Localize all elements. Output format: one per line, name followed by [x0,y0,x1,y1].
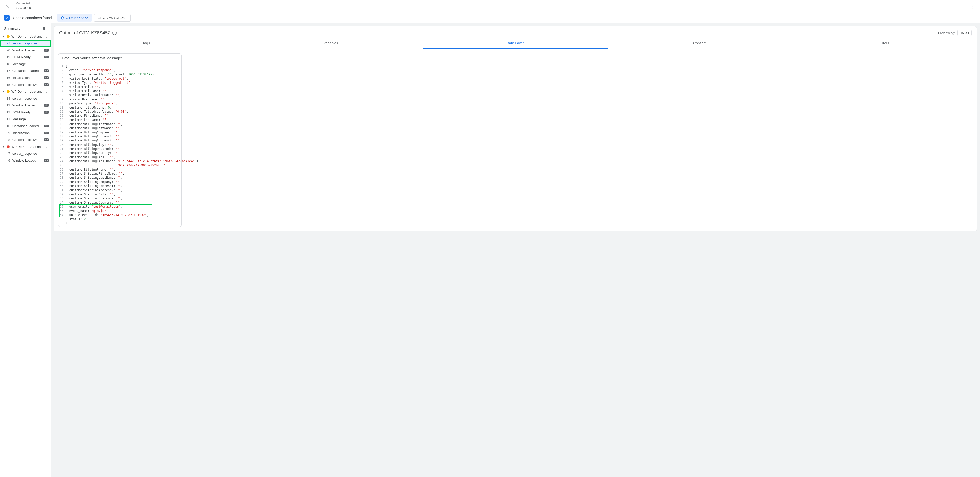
code-badge-icon: <> [44,125,49,127]
code-text: customerBillingPostcode: "", [65,147,181,151]
line-number: 21 [58,147,65,151]
sidebar-group-label: WP Demo – Just anothe... [11,35,49,38]
code-line: 11 customerTotalOrders: 0, [58,105,181,109]
code-text: customerShippingFirstName: "", [65,171,181,176]
line-number: 27 [58,171,65,176]
sidebar-item-initialization[interactable]: 16Initialization<> [0,74,51,81]
sidebar-item-consent-initialization[interactable]: 15Consent Initialization<> [0,81,51,88]
line-number: 26 [58,168,65,171]
env-chip[interactable]: env-5 › [957,30,972,36]
code-line: 3 gtm: {uniqueEventId: 10, start: 165453… [58,72,181,76]
status-dot [6,90,10,93]
more-icon[interactable]: ⋮ [970,3,976,10]
sidebar-item-dom-ready[interactable]: 19DOM Ready<> [0,54,51,60]
sidebar-group[interactable]: ▼WP Demo – Just anothe... [0,33,51,40]
event-number: 9 [5,131,10,135]
line-number: 17 [58,130,65,134]
sidebar-item-server_response[interactable]: 14server_response [0,95,51,102]
sidebar-item-container-loaded[interactable]: 17Container Loaded<> [0,67,51,74]
code-text: customerBillingEmail: "", [65,155,181,159]
sidebar-item-message[interactable]: 18Message [0,60,51,67]
line-number: 34 [58,200,65,204]
code-text: { [65,64,181,68]
tab-data-layer[interactable]: Data Layer [423,38,608,49]
line-number: 20 [58,143,65,147]
event-number: 10 [5,124,10,128]
event-number: 21 [5,41,10,45]
content: Output of GTM-KZ6S45Z ? Previewing: env-… [51,23,980,477]
sidebar-group[interactable]: ▼WP Demo – Just anothe... [0,143,51,150]
line-number: 9 [58,97,65,101]
line-number: 31 [58,188,65,192]
container-chip-G-VM9YCFJZ0L[interactable]: G-VM9YCFJZ0L [94,14,130,22]
topbar: Connected stape.io ⋮ [0,0,980,13]
container-chip-label: GTM-KZ6S45Z [66,16,88,20]
event-label: server_response [12,152,49,155]
code-text: pagePostType: "frontpage", [65,101,181,105]
event-number: 20 [5,48,10,52]
code-line: 8 visitorRegistrationDate: "", [58,93,181,97]
sidebar-group[interactable]: ▼WP Demo – Just anothe... [0,88,51,95]
code-text: status: 200 [65,217,181,221]
sidebar-item-window-loaded[interactable]: 6Window Loaded<> [0,157,51,164]
clear-icon[interactable] [43,26,46,31]
sidebar-item-window-loaded[interactable]: 13Window Loaded<> [0,102,51,109]
code-text: customerFirstName: "", [65,114,181,118]
line-number: 32 [58,192,65,197]
sidebar-item-server_response[interactable]: 21server_response [0,40,51,47]
sidebar-item-container-loaded[interactable]: 10Container Loaded<> [0,122,51,130]
tab-consent[interactable]: Consent [608,38,792,49]
sidebar-group-label: WP Demo – Just anothe... [11,90,49,93]
help-icon[interactable]: ? [113,31,116,35]
event-label: server_response [12,97,49,100]
event-label: Window Loaded [12,48,42,52]
tab-tags[interactable]: Tags [54,38,239,49]
code-line: 19 customerBillingAddress2: "", [58,138,181,143]
code-line: 2 event: "server_response", [58,68,181,72]
line-number: 19 [58,138,65,143]
line-number: 8 [58,93,65,97]
code-line: 27 customerShippingFirstName: "", [58,171,181,176]
topbar-title: Connected stape.io [16,2,32,11]
code-text: visitorType: "visitor-logged-out", [65,81,181,85]
code-line: 25 "649b934ca495991b7852b855", [58,163,181,168]
code-line: 34 customerShippingCountry: "", [58,200,181,204]
code-line: 14 customerLastName: "", [58,118,181,122]
code-line: 16 customerBillingLastName: "", [58,126,181,130]
code-text: customerBillingFirstName: "", [65,122,181,126]
event-label: Initialization [12,131,42,135]
code-text: customerShippingLastName: "", [65,176,181,180]
code-text: customerBillingEmailHash: "e3b0c44298fc1… [65,159,200,163]
sidebar-item-consent-initialization[interactable]: 8Consent Initialization<> [0,136,51,143]
code-line: 15 customerBillingFirstName: "", [58,122,181,126]
close-icon[interactable] [4,3,10,10]
containers-count-badge: 2 [4,15,10,21]
code-line: 36 event_name: "gtm.js", [58,209,181,213]
line-number: 10 [58,101,65,105]
sidebar-item-dom-ready[interactable]: 12DOM Ready<> [0,109,51,116]
sidebar-item-message[interactable]: 11Message [0,116,51,122]
event-number: 14 [5,97,10,100]
code-text: customerBillingPhone: "", [65,168,181,171]
code-text: user_email: "test@gmail.com", [65,204,181,209]
caret-down-icon: ▼ [2,145,5,148]
container-chip-GTM-KZ6S45Z[interactable]: GTM-KZ6S45Z [57,14,92,22]
tab-variables[interactable]: Variables [239,38,423,49]
sidebar-item-server_response[interactable]: 7server_response [0,150,51,157]
code-badge-icon: <> [44,83,49,86]
event-label: Container Loaded [12,124,42,128]
sidebar-title: Summary [4,26,21,31]
code-text: event: "server_response", [65,68,181,72]
code-line: 39} [58,221,181,225]
code-line: 23 customerBillingEmail: "", [58,155,181,159]
sidebar-item-initialization[interactable]: 9Initialization<> [0,130,51,136]
code-line: 38 status: 200 [58,217,181,221]
code-text: visitorEmail: "", [65,85,181,89]
tab-errors[interactable]: Errors [792,38,977,49]
event-label: DOM Ready [12,110,42,114]
event-label: Consent Initialization [12,83,42,87]
line-number: 11 [58,105,65,109]
sidebar-item-window-loaded[interactable]: 20Window Loaded<> [0,47,51,54]
code-text: unique_event_id: "1654532141082_82119193… [65,213,181,217]
code-text: customerTotalOrderValue: "0.00", [65,109,181,114]
